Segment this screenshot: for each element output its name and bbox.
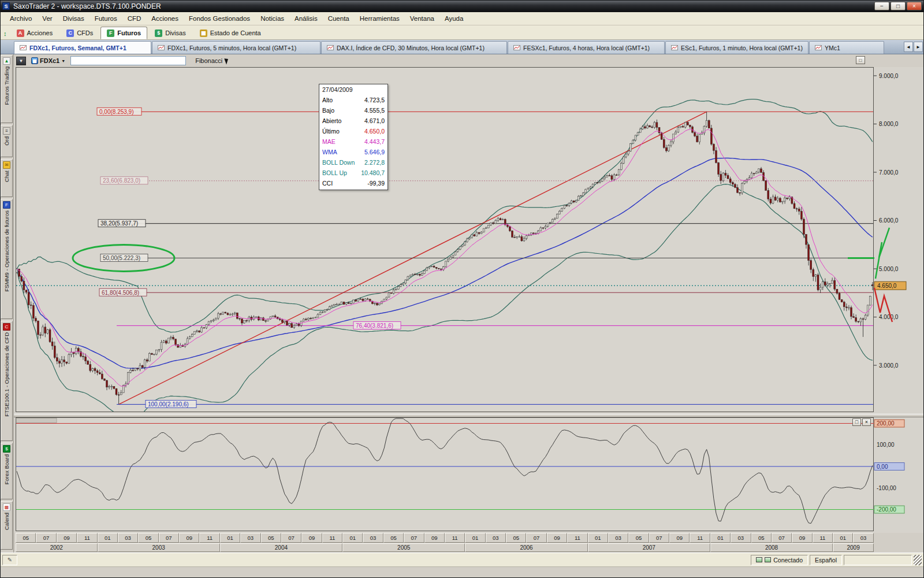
tooltip-date: 27/04/2009	[319, 85, 388, 95]
tooltip-row-alto: Alto4.723,5	[319, 95, 388, 105]
year-label: 2007	[588, 543, 710, 552]
month-label: 03	[731, 533, 751, 543]
module-tab-acciones[interactable]: AAcciones	[10, 27, 59, 39]
month-label: 05	[261, 533, 281, 543]
chevron-down-icon: ▼	[19, 58, 24, 64]
connection-status-cell[interactable]: Conectado	[751, 555, 808, 565]
dock-tab-chat[interactable]: ✉Chat	[1, 159, 13, 197]
menu-herramientas[interactable]: Herramientas	[355, 13, 405, 24]
indicator-close-button[interactable]: ×	[862, 418, 871, 426]
module-tab-cfds[interactable]: CCFDs	[60, 27, 99, 39]
month-label: 09	[547, 533, 567, 543]
svg-text:8.000,0: 8.000,0	[879, 121, 899, 127]
menu-ver[interactable]: Ver	[37, 13, 57, 24]
month-label: 03	[486, 533, 506, 543]
chart-tab-4[interactable]: ESc1, Futuros, 1 minuto, Hora local (GMT…	[665, 41, 808, 54]
chart-menu-button[interactable]: ▼	[16, 57, 26, 65]
svg-text:38,20(5.937,7): 38,20(5.937,7)	[100, 220, 138, 227]
svg-text:100,00: 100,00	[877, 442, 895, 448]
month-label: 07	[159, 533, 179, 543]
chart-tab-strip: ◄ ► FDXc1, Futuros, Semanal, GMT+1FDXc1,…	[0, 40, 924, 54]
language-cell[interactable]: Español	[810, 555, 842, 565]
tooltip-rows: Alto4.723,5Bajo4.555,5Abierto4.671,0Últi…	[319, 95, 388, 188]
month-label: 01	[342, 533, 363, 543]
connection-icon-2	[765, 557, 771, 562]
menu-cfd[interactable]: CFD	[122, 13, 147, 24]
dock-tab-label: Forex Board	[3, 454, 10, 484]
chart-tab-1[interactable]: FDXc1, Futuros, 5 minutos, Hora local (G…	[152, 41, 321, 54]
month-label: 07	[36, 533, 56, 543]
menu-noticias[interactable]: Noticias	[255, 13, 289, 24]
workspace: ▲Futuros Trading≡Órd✉ChatFFSMM9 - Operac…	[0, 54, 924, 553]
month-label: 03	[363, 533, 383, 543]
month-label: 03	[118, 533, 138, 543]
month-label: 03	[608, 533, 628, 543]
tooltip-row-cci: CCI-99,39	[319, 178, 388, 188]
menu-fondos-gestionados[interactable]: Fondos Gestionados	[184, 13, 255, 24]
menu-ventana[interactable]: Ventana	[405, 13, 439, 24]
estado-de-cuenta-icon: ▦	[200, 29, 207, 37]
close-button[interactable]: ×	[907, 2, 922, 10]
price-chart-canvas[interactable]: 0,00(8.253,9)23,60(6.823,0)38,20(5.937,7…	[14, 67, 924, 414]
title-bar[interactable]: S SaxoTrader 2 - workspace.DTS.7.100.PON…	[0, 0, 924, 12]
chat-icon: ✉	[3, 161, 10, 169]
svg-text:3.000,0: 3.000,0	[879, 362, 899, 369]
month-label: 03	[240, 533, 260, 543]
module-tab-estado-de-cuenta[interactable]: ▦Estado de Cuenta	[193, 27, 267, 39]
chart-tab-label: FESXc1, Futuros, 4 horas, Hora local (GM…	[523, 45, 650, 51]
chart-restore-button[interactable]: □	[856, 56, 865, 64]
month-label: 09	[424, 533, 445, 543]
dock-tab-calendar[interactable]: ▦Calend	[1, 501, 13, 550]
minimize-button[interactable]: −	[874, 2, 889, 10]
menu-divisas[interactable]: Divisas	[58, 13, 90, 24]
futuros-icon: F	[107, 29, 114, 37]
month-label: 11	[690, 533, 710, 543]
indicator-panel-buttons: □ ×	[852, 418, 871, 426]
chart-tab-5[interactable]: YMc1	[809, 41, 884, 54]
svg-text:0,00: 0,00	[877, 464, 888, 470]
module-tab-futuros[interactable]: FFuturos	[100, 27, 147, 39]
menu-an-lisis[interactable]: Análisis	[289, 13, 323, 24]
module-tab-label: Divisas	[165, 29, 185, 36]
dock-tab-futures-trading[interactable]: ▲Futuros Trading	[1, 55, 13, 123]
year-label: 2009	[833, 543, 874, 552]
indicator-restore-button[interactable]: □	[852, 418, 861, 426]
chart-tab-0[interactable]: FDXc1, Futuros, Semanal, GMT+1	[14, 41, 151, 54]
symbol-search-input[interactable]	[70, 56, 186, 65]
data-window-tooltip: 27/04/2009 Alto4.723,5Bajo4.555,5Abierto…	[319, 84, 388, 190]
mini-chart-icon	[158, 45, 165, 50]
left-dock-rail: ▲Futuros Trading≡Órd✉ChatFFSMM9 - Operac…	[0, 54, 14, 553]
symbol-selector[interactable]: ▦ FDXc1 ▼	[29, 57, 67, 65]
maximize-button[interactable]: □	[891, 2, 906, 10]
tooltip-row-bajo: Bajo4.555,5	[319, 105, 388, 116]
month-label: 01	[465, 533, 485, 543]
menu-ayuda[interactable]: Ayuda	[439, 13, 468, 24]
instrument-icon: ▦	[31, 57, 38, 64]
resize-grip[interactable]	[914, 555, 922, 565]
menu-futuros[interactable]: Futuros	[90, 13, 122, 24]
tab-scroll-left-button[interactable]: ◄	[904, 42, 913, 52]
acciones-icon: A	[17, 29, 24, 37]
dock-tab-label: Calend	[3, 513, 10, 530]
drawing-cursor-icon	[225, 57, 230, 64]
dock-tab-forex-board[interactable]: $Forex Board	[1, 443, 13, 499]
chart-tab-2[interactable]: DAX.I, Índice de CFD, 30 Minutos, Hora l…	[321, 41, 507, 54]
dock-tab-futures-operations[interactable]: FFSMM9 - Operaciones de futuros	[1, 199, 13, 319]
tab-scroll-right-button[interactable]: ►	[914, 42, 923, 52]
dock-tab-cfd-operations[interactable]: CFTSE100.1 - Operaciones de CFD	[1, 321, 13, 441]
time-axis-years: 20022003200420052006200720082009	[14, 543, 874, 553]
menu-archivo[interactable]: Archivo	[5, 13, 37, 24]
module-tab-divisas[interactable]: $Divisas	[148, 27, 192, 39]
dock-tab-orders[interactable]: ≡Órd	[1, 125, 13, 157]
year-label: 2004	[220, 543, 342, 552]
window-title: SaxoTrader 2 - workspace.DTS.7.100.PONDE…	[13, 2, 874, 10]
cci-indicator-panel[interactable]: 200,00100,000,00-100,00-200,00	[14, 417, 924, 533]
menu-acciones[interactable]: Acciones	[146, 13, 184, 24]
month-label: 07	[526, 533, 546, 543]
menu-cuenta[interactable]: Cuenta	[323, 13, 355, 24]
tooltip-row-abierto: Abierto4.671,0	[319, 116, 388, 126]
chart-tab-3[interactable]: FESXc1, Futuros, 4 horas, Hora local (GM…	[508, 41, 665, 54]
dock-tab-label: Chat	[3, 171, 10, 182]
month-label: 11	[567, 533, 587, 543]
tooltip-row-boll-down: BOLL Down2.272,8	[319, 157, 388, 168]
